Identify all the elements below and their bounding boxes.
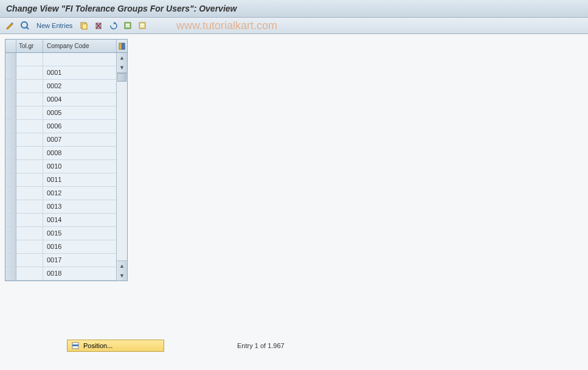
- table-row[interactable]: 0011: [5, 173, 116, 187]
- table-settings-icon[interactable]: [116, 40, 127, 52]
- svg-rect-10: [126, 24, 130, 25]
- table-body: 0001 0002 0004 0005 0006 0007 0008 0010 …: [5, 53, 116, 281]
- scroll-up-icon[interactable]: ▲: [117, 53, 127, 63]
- undo-change-icon[interactable]: [108, 20, 119, 31]
- footer-bar: Position... Entry 1 of 1.967: [0, 340, 588, 352]
- svg-rect-16: [122, 43, 125, 49]
- position-icon: [71, 341, 80, 350]
- copy-as-icon[interactable]: [78, 20, 89, 31]
- table-row[interactable]: 0005: [5, 106, 116, 120]
- table-row[interactable]: 0006: [5, 120, 116, 133]
- application-toolbar: New Entries www.tutorialkart.com: [0, 18, 588, 34]
- table-row[interactable]: 0007: [5, 133, 116, 147]
- table-row[interactable]: 0013: [5, 200, 116, 214]
- delete-icon[interactable]: [93, 20, 104, 31]
- table-row[interactable]: [5, 53, 116, 66]
- svg-rect-15: [119, 43, 122, 49]
- table-row[interactable]: 0016: [5, 240, 116, 254]
- svg-rect-14: [140, 26, 144, 27]
- table-row[interactable]: 0015: [5, 227, 116, 240]
- position-button-label: Position...: [83, 342, 112, 349]
- table-row[interactable]: 0018: [5, 267, 116, 281]
- table-row[interactable]: 0001: [5, 66, 116, 80]
- scroll-thumb[interactable]: [117, 73, 126, 82]
- svg-rect-18: [72, 344, 78, 346]
- position-button[interactable]: Position...: [67, 340, 164, 352]
- table-header-row: Tol.gr Company Code: [5, 40, 127, 53]
- svg-rect-13: [140, 24, 144, 25]
- scroll-down-icon[interactable]: ▼: [117, 63, 127, 72]
- table-row[interactable]: 0004: [5, 93, 116, 106]
- toggle-display-change-icon[interactable]: [5, 20, 16, 31]
- select-all-column-header[interactable]: [5, 40, 16, 52]
- scroll-up-page-icon[interactable]: ▲: [117, 261, 127, 271]
- tolerance-table: Tol.gr Company Code 0001 0002 0004 0005 …: [5, 39, 128, 281]
- deselect-all-icon[interactable]: [137, 20, 148, 31]
- scroll-down-page-icon[interactable]: ▼: [117, 271, 127, 281]
- vertical-scrollbar[interactable]: ▲ ▼ ▲ ▼: [116, 53, 127, 281]
- table-row[interactable]: 0002: [5, 80, 116, 93]
- page-title: Change View "FI Tolerance Groups For Use…: [0, 0, 588, 18]
- table-row[interactable]: 0008: [5, 147, 116, 160]
- table-row[interactable]: 0012: [5, 187, 116, 200]
- scroll-track[interactable]: [117, 72, 127, 261]
- column-header-tolerance-group[interactable]: Tol.gr: [16, 40, 43, 52]
- svg-rect-11: [126, 26, 130, 27]
- table-row[interactable]: 0010: [5, 160, 116, 173]
- table-row[interactable]: 0017: [5, 254, 116, 267]
- svg-line-2: [26, 27, 29, 29]
- select-all-icon[interactable]: [122, 20, 133, 31]
- content-area: Tol.gr Company Code 0001 0002 0004 0005 …: [0, 34, 588, 286]
- details-icon[interactable]: [19, 20, 30, 31]
- column-header-company-code[interactable]: Company Code: [43, 40, 116, 52]
- new-entries-button[interactable]: New Entries: [34, 22, 75, 29]
- svg-rect-4: [82, 24, 87, 29]
- watermark-text: www.tutorialkart.com: [176, 19, 277, 32]
- entry-count-text: Entry 1 of 1.967: [237, 342, 285, 349]
- table-row[interactable]: 0014: [5, 214, 116, 227]
